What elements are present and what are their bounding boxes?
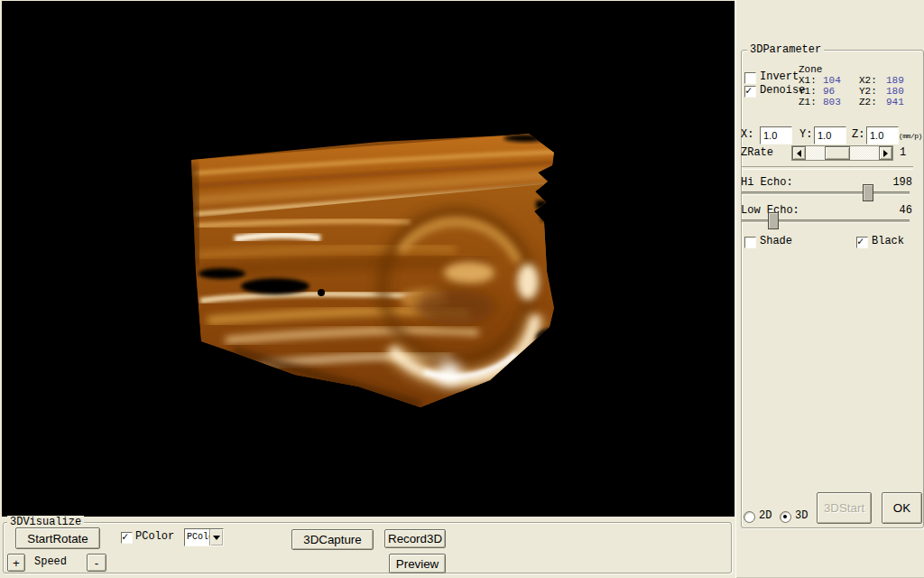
zrate-scroll-right-button[interactable] (879, 146, 892, 160)
zone-y1-label: Y1: (799, 86, 823, 97)
3dvisualize-group-title: 3DVisualize (7, 516, 84, 528)
pcolor-dropdown[interactable]: PColor (184, 528, 224, 546)
scale-unit-label: (mm/p) (899, 130, 922, 142)
zrate-label: ZRate (741, 147, 773, 159)
3dstart-button[interactable]: 3DStart (817, 492, 872, 524)
mode-2d-radio[interactable] (744, 511, 755, 523)
app-window: { "window": { "bg_color": "#ece9d8", "vi… (0, 0, 924, 578)
zone-z2-value: 941 (886, 97, 922, 107)
mode-2d-label: 2D (759, 510, 772, 522)
zone-y2-value: 180 (886, 86, 922, 97)
speed-plus-button[interactable]: + (7, 554, 25, 572)
ok-button[interactable]: OK (882, 492, 922, 524)
zone-z1-value: 803 (823, 97, 859, 107)
preview-button[interactable]: Preview (389, 554, 446, 573)
chevron-down-icon (213, 536, 220, 540)
low-echo-slider-thumb[interactable] (768, 212, 779, 229)
x-scale-label: X: (741, 129, 753, 141)
zone-row-x: X1:104X2:189 (799, 75, 922, 86)
zone-row-y: Y1:96Y2:180 (799, 86, 922, 97)
arrow-left-icon (797, 150, 801, 157)
zone-z1-label: Z1: (799, 97, 823, 107)
speed-minus-button[interactable]: - (87, 554, 106, 572)
y-scale-label: Y: (799, 129, 812, 141)
zrate-value: 1 (900, 147, 906, 159)
hi-echo-slider[interactable] (742, 184, 910, 200)
pcolor-checkbox[interactable] (121, 532, 133, 544)
zone-x2-value: 189 (886, 75, 922, 86)
zone-y1-value: 96 (823, 86, 859, 97)
zone-z2-label: Z2: (859, 97, 886, 107)
zone-x1-label: X1: (799, 75, 823, 86)
zone-x1-value: 104 (823, 75, 859, 86)
mode-3d-label: 3D (795, 510, 808, 522)
shade-label: Shade (760, 236, 792, 247)
hi-echo-slider-track[interactable] (742, 191, 910, 195)
x-scale-input[interactable] (760, 126, 792, 144)
zone-title: Zone (799, 64, 922, 75)
3dcapture-button[interactable]: 3DCapture (291, 529, 374, 550)
shade-checkbox[interactable] (744, 237, 756, 248)
low-echo-slider-track[interactable] (742, 219, 910, 223)
zrate-scrollbar[interactable] (791, 145, 893, 161)
zone-x2-label: X2: (859, 75, 886, 86)
zone-y2-label: Y2: (859, 86, 886, 97)
start-rotate-button[interactable]: StartRotate (15, 527, 100, 549)
denoise-checkbox[interactable] (744, 86, 756, 98)
zone-readout: Zone X1:104X2:189 Y1:96Y2:180 Z1:803Z2:9… (799, 64, 922, 107)
volume-viewport[interactable] (2, 1, 735, 517)
hi-echo-slider-thumb[interactable] (863, 184, 873, 201)
invert-label: Invert (760, 71, 799, 83)
mode-3d-radio[interactable] (780, 511, 791, 523)
speed-label: Speed (34, 556, 67, 568)
record3d-button[interactable]: Record3D (384, 529, 446, 548)
arrow-right-icon (883, 150, 888, 157)
pcolor-dropdown-button[interactable] (209, 529, 223, 545)
zrate-scroll-track[interactable] (804, 146, 881, 160)
3dvisualize-groupbox: 3DVisualize StartRotate + Speed - PColor… (3, 522, 732, 573)
3dparameter-group-title: 3DParameter (747, 43, 824, 56)
z-scale-input[interactable] (866, 126, 899, 144)
visualize-panel: 3DVisualize StartRotate + Speed - PColor… (0, 517, 735, 578)
3dparameter-groupbox: 3DParameter Invert Denoise Zone X1:104X2… (741, 50, 924, 528)
parameter-panel: 3DParameter Invert Denoise Zone X1:104X2… (735, 0, 924, 578)
pcolor-label: PColor (135, 531, 174, 543)
black-checkbox[interactable] (856, 237, 868, 248)
zone-row-z: Z1:803Z2:941 (799, 97, 922, 107)
volume-render-image (2, 1, 735, 517)
zrate-scroll-thumb[interactable] (825, 146, 850, 160)
low-echo-slider[interactable] (742, 212, 910, 228)
z-scale-label: Z: (852, 129, 864, 141)
separator (742, 166, 913, 170)
y-scale-input[interactable] (814, 126, 846, 144)
invert-checkbox[interactable] (744, 72, 756, 84)
black-label: Black (872, 236, 904, 247)
